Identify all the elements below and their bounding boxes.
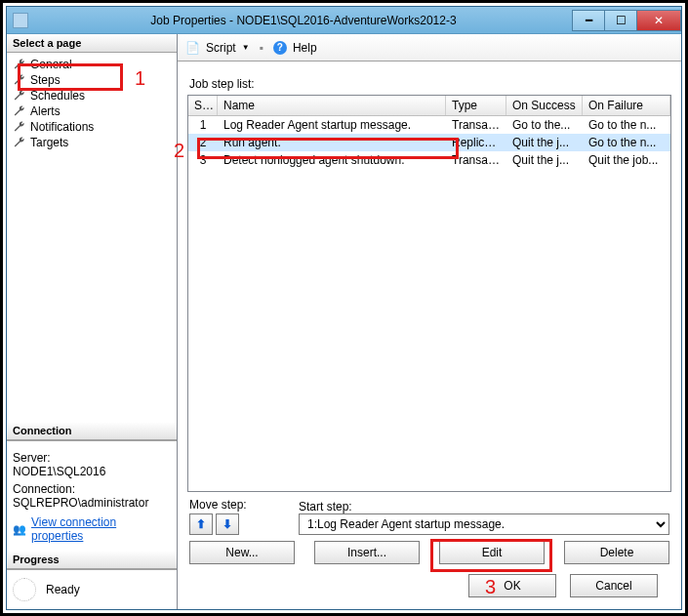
page-item-label: Alerts [30, 104, 61, 118]
close-button[interactable]: ✕ [636, 10, 681, 31]
wrench-icon [13, 58, 26, 71]
cell-step: 1 [188, 116, 218, 134]
cell-type: Replicati... [446, 134, 506, 151]
window-icon [13, 13, 28, 28]
cell-step: 3 [188, 151, 218, 169]
page-item-steps[interactable]: Steps [7, 72, 177, 88]
cell-type: Transact-... [446, 116, 506, 134]
toolbar: 📄 Script ▼ ▪ ? Help [178, 34, 681, 62]
help-button[interactable]: Help [293, 41, 317, 55]
server-value: NODE1\SQL2016 [13, 465, 171, 478]
select-page-header: Select a page [7, 34, 177, 53]
wrench-icon [13, 73, 26, 87]
table-row[interactable]: 2Run agent.Replicati...Quit the j...Go t… [188, 134, 670, 151]
connection-props-icon: 👥 [13, 523, 26, 536]
start-step-label: Start step: [299, 500, 669, 513]
move-down-button[interactable]: ⬇ [216, 513, 239, 535]
cell-onsuccess: Quit the j... [506, 151, 583, 169]
connection-value: SQLREPRO\administrator [13, 496, 171, 510]
page-item-targets[interactable]: Targets [7, 135, 177, 150]
cell-step: 2 [188, 134, 218, 151]
job-step-grid[interactable]: St... Name Type On Success On Failure 1L… [187, 95, 671, 492]
col-type[interactable]: Type [446, 96, 506, 115]
connection-header: Connection [7, 422, 177, 440]
page-item-alerts[interactable]: Alerts [7, 103, 177, 119]
window-title: Job Properties - NODE1\SQL2016-Adventure… [34, 14, 573, 27]
toolbar-separator: ▪ [260, 41, 263, 55]
move-up-button[interactable]: ⬆ [189, 513, 213, 535]
cell-name: Detect nonlogged agent shutdown. [218, 151, 446, 169]
cell-onsuccess: Go to the... [506, 116, 583, 134]
page-list: General Steps Schedules Alerts [7, 53, 177, 154]
wrench-icon [13, 136, 26, 149]
move-step-label: Move step: [189, 498, 295, 512]
grid-body: 1Log Reader Agent startup message.Transa… [188, 116, 670, 491]
server-label: Server: [13, 451, 171, 465]
grid-header: St... Name Type On Success On Failure [188, 96, 670, 116]
titlebar[interactable]: Job Properties - NODE1\SQL2016-Adventure… [7, 7, 681, 34]
edit-button[interactable]: Edit [439, 541, 545, 564]
progress-status: Ready [46, 583, 80, 596]
cell-type: Transact-... [446, 151, 506, 169]
view-connection-properties-link[interactable]: View connection properties [31, 515, 171, 543]
page-item-schedules[interactable]: Schedules [7, 88, 177, 103]
job-step-list-label: Job step list: [189, 77, 671, 91]
table-row[interactable]: 1Log Reader Agent startup message.Transa… [188, 116, 670, 134]
progress-spinner-icon [13, 578, 36, 601]
main-panel: 📄 Script ▼ ▪ ? Help Job step list: St...… [178, 34, 681, 609]
cell-onfailure: Go to the n... [583, 134, 670, 151]
cell-name: Log Reader Agent startup message. [218, 116, 446, 134]
ok-button[interactable]: OK [468, 574, 556, 597]
wrench-icon [13, 89, 26, 103]
cell-onfailure: Go to the n... [583, 116, 670, 134]
new-button[interactable]: New... [189, 541, 295, 564]
connection-block: Server: NODE1\SQL2016 Connection: SQLREP… [7, 440, 177, 551]
table-row[interactable]: 3Detect nonlogged agent shutdown.Transac… [188, 151, 670, 169]
dialog-footer: OK Cancel [187, 566, 671, 603]
page-item-label: Schedules [30, 89, 85, 103]
wrench-icon [13, 120, 26, 134]
col-name[interactable]: Name [218, 96, 446, 115]
script-icon: 📄 [185, 41, 200, 55]
minimize-button[interactable]: ━ [572, 10, 605, 31]
wrench-icon [13, 104, 26, 118]
help-icon: ? [273, 41, 287, 55]
insert-button[interactable]: Insert... [314, 541, 420, 564]
page-item-notifications[interactable]: Notifications [7, 119, 177, 135]
col-onfailure[interactable]: On Failure [583, 96, 670, 115]
page-item-label: Notifications [30, 120, 94, 134]
script-button[interactable]: Script [206, 41, 236, 55]
progress-header: Progress [7, 551, 177, 569]
page-item-label: Steps [30, 73, 61, 87]
script-dropdown-icon[interactable]: ▼ [242, 43, 250, 52]
page-item-label: Targets [30, 136, 68, 149]
cancel-button[interactable]: Cancel [570, 574, 658, 597]
job-properties-window: Job Properties - NODE1\SQL2016-Adventure… [6, 6, 682, 610]
page-item-general[interactable]: General [7, 57, 177, 72]
start-step-select[interactable]: 1:Log Reader Agent startup message. [299, 513, 669, 535]
progress-block: Ready [7, 569, 177, 609]
col-onsuccess[interactable]: On Success [506, 96, 583, 115]
cell-name: Run agent. [218, 134, 446, 151]
maximize-button[interactable]: ☐ [604, 10, 637, 31]
connection-label: Connection: [13, 482, 171, 496]
bottom-controls: Move step: ⬆ ⬇ Start step: 1:Log Reader … [187, 492, 671, 566]
page-item-label: General [30, 58, 72, 71]
delete-button[interactable]: Delete [564, 541, 669, 564]
col-step[interactable]: St... [188, 96, 218, 115]
cell-onsuccess: Quit the j... [506, 134, 583, 151]
left-panel: Select a page General Steps Schedules [7, 34, 178, 609]
cell-onfailure: Quit the job... [583, 151, 670, 169]
